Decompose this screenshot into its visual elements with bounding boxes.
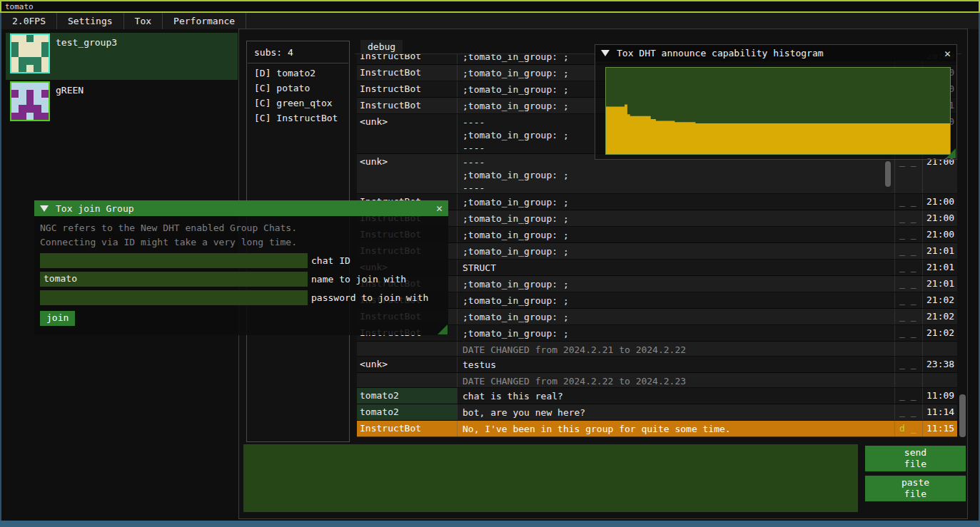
- join-name-label: name to join with: [311, 274, 406, 285]
- message-row[interactable]: DATE CHANGED from 2024.2.21 to 2024.2.22: [357, 342, 957, 357]
- message-row[interactable]: tomato2bot, are you new here?_ _11:14: [357, 404, 957, 421]
- message-sender: InstructBot: [357, 98, 457, 113]
- message-sender: InstructBot: [357, 65, 457, 81]
- member-item[interactable]: [C] InstructBot: [247, 111, 349, 126]
- message-text: DATE CHANGED from 2024.2.22 to 2024.2.23: [457, 373, 894, 387]
- message-text: ;tomato_in_group: ;: [457, 276, 894, 292]
- message-timestamp: 21:01: [922, 260, 957, 275]
- message-status-indicator: _ _: [894, 276, 922, 292]
- send-file-button[interactable]: send file: [865, 446, 966, 471]
- join-password-label: password to join with: [311, 292, 428, 303]
- message-status-indicator: _ _: [894, 292, 922, 308]
- chat-scrollbar[interactable]: [959, 394, 966, 437]
- message-sender: <unk>: [357, 154, 457, 193]
- message-row[interactable]: <unk>---- ;tomato_in_group: ; ----_ _21:…: [357, 154, 957, 194]
- message-timestamp: 21:00: [922, 210, 957, 226]
- menu-item-performance[interactable]: Performance: [163, 13, 246, 29]
- message-text: chat is this real?: [457, 388, 894, 404]
- member-item[interactable]: [C] green_qtox: [247, 96, 349, 111]
- member-item[interactable]: [C] potato: [247, 81, 349, 96]
- message-sender: InstructBot: [357, 54, 457, 64]
- message-text: ;tomato_in_group: ;: [457, 325, 894, 341]
- message-text: ;tomato_in_group: ;: [457, 210, 894, 226]
- message-cell-scrollbar[interactable]: [884, 155, 891, 193]
- message-status-indicator: _ _: [894, 404, 922, 420]
- message-status-indicator: _ _: [894, 227, 922, 242]
- message-status-indicator: _ _: [894, 309, 922, 324]
- message-timestamp: 21:00: [922, 154, 957, 193]
- message-sender: tomato2: [357, 388, 457, 404]
- join-group-description-line2: Connecting via ID might take a very long…: [40, 235, 443, 250]
- message-timestamp: 11:15: [922, 421, 957, 436]
- join-name-input[interactable]: tomato: [40, 272, 308, 287]
- subs-count: subs: 4: [247, 41, 349, 58]
- resize-grip-icon[interactable]: [946, 148, 956, 158]
- message-text: bot, are you new here?: [457, 404, 894, 420]
- chat-id-input[interactable]: [40, 253, 308, 268]
- message-text: ;tomato_in_group: ;: [457, 227, 894, 242]
- message-sender: <unk>: [357, 114, 457, 153]
- member-item[interactable]: [D] tomato2: [247, 66, 349, 81]
- message-timestamp: 11:09: [922, 388, 957, 404]
- dht-histogram-titlebar[interactable]: Tox DHT announce capability histogram ✕: [595, 45, 956, 61]
- message-status-indicator: _ _: [894, 210, 922, 226]
- message-row[interactable]: <unk>testus_ _23:38: [357, 357, 957, 373]
- message-timestamp: [922, 373, 957, 387]
- message-sender: [357, 373, 457, 387]
- resize-grip-icon[interactable]: [438, 324, 448, 334]
- message-sender: [357, 342, 457, 356]
- message-sender: InstructBot: [357, 421, 457, 436]
- group-item-test_group3[interactable]: test_group3: [6, 33, 238, 80]
- message-text: No, I've been in this group for quite so…: [457, 421, 894, 436]
- message-timestamp: 11:14: [922, 404, 957, 420]
- close-icon[interactable]: ✕: [944, 47, 951, 60]
- message-timestamp: 21:00: [922, 227, 957, 242]
- message-status-indicator: _ _: [894, 260, 922, 275]
- join-group-titlebar[interactable]: Tox join Group ✕: [34, 200, 448, 216]
- group-item-gREEN[interactable]: gREEN: [6, 81, 238, 128]
- group-name: test_group3: [56, 37, 117, 48]
- collapse-arrow-icon[interactable]: [40, 205, 49, 212]
- join-button[interactable]: join: [40, 311, 75, 326]
- subs-separator: [248, 63, 348, 63]
- group-name: gREEN: [56, 85, 84, 96]
- join-group-window[interactable]: Tox join Group ✕ NGC refers to the New D…: [34, 200, 448, 335]
- paste-file-button[interactable]: paste file: [865, 476, 966, 501]
- message-row[interactable]: InstructBotNo, I've been in this group f…: [357, 421, 957, 437]
- close-icon[interactable]: ✕: [436, 202, 443, 215]
- message-text: ;tomato_in_group: ;: [457, 243, 894, 259]
- message-row[interactable]: DATE CHANGED from 2024.2.22 to 2024.2.23: [357, 373, 957, 388]
- message-text: ---- ;tomato_in_group: ; ----: [457, 154, 894, 193]
- join-group-title: Tox join Group: [56, 203, 436, 214]
- menu-bar: 2.0FPSSettingsToxPerformance: [1, 13, 979, 29]
- message-status-indicator: _ _: [894, 357, 922, 372]
- message-timestamp: 21:01: [922, 276, 957, 292]
- message-input[interactable]: [243, 444, 858, 512]
- message-sender: InstructBot: [357, 81, 457, 97]
- dht-histogram-plot: [605, 67, 951, 155]
- os-titlebar[interactable]: tomato: [0, 0, 980, 13]
- message-status-indicator: _ _: [894, 325, 922, 341]
- join-group-description-line1: NGC refers to the New DHT enabled Group …: [40, 221, 443, 235]
- join-group-body: NGC refers to the New DHT enabled Group …: [34, 216, 448, 335]
- menu-item-2-0fps: 2.0FPS: [1, 13, 57, 29]
- message-status-indicator: d _: [894, 421, 922, 436]
- message-status-indicator: _ _: [894, 243, 922, 259]
- message-text: ;tomato_in_group: ;: [457, 309, 894, 324]
- dht-histogram-window[interactable]: Tox DHT announce capability histogram ✕: [595, 44, 957, 160]
- message-timestamp: [922, 342, 957, 356]
- collapse-arrow-icon[interactable]: [601, 50, 610, 56]
- window-border-left: [0, 13, 1, 521]
- group-avatar: [10, 81, 50, 121]
- tab-debug[interactable]: debug: [360, 40, 403, 53]
- message-status-indicator: [894, 373, 922, 387]
- app-window: tomato 2.0FPSSettingsToxPerformance test…: [0, 0, 980, 527]
- message-row[interactable]: tomato2chat is this real?_ _11:09: [357, 388, 957, 404]
- dht-histogram-title: Tox DHT announce capability histogram: [617, 48, 944, 58]
- message-timestamp: 21:02: [922, 309, 957, 324]
- message-text: STRUCT: [457, 260, 894, 275]
- menu-item-tox[interactable]: Tox: [124, 13, 163, 29]
- menu-item-settings[interactable]: Settings: [57, 13, 124, 29]
- join-password-input[interactable]: [40, 290, 308, 305]
- message-status-indicator: _ _: [894, 194, 922, 210]
